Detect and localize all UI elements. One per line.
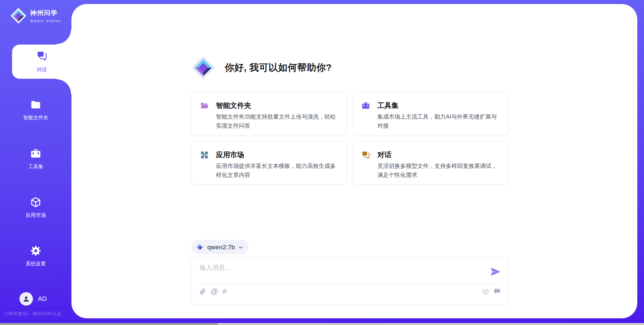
tab-fillet-bottom [56,79,71,94]
chat-icon [361,150,370,159]
send-icon [490,266,501,277]
sidebar-item-settings[interactable]: 系统设置 [0,245,71,267]
chat-bubble-icon [493,288,501,295]
greeting-title: 你好, 我可以如何帮助你? [225,61,332,74]
chat-icon [36,50,48,62]
brand: 神州问学 Smart Vision [10,7,61,24]
card-chat[interactable]: 对话 灵活切换多模型文件，支持多样回复效果调试，满足个性化需求 [353,141,508,185]
brand-logo-icon [10,7,27,24]
brand-subtitle: Smart Vision [30,19,61,23]
model-name: qwen2:7b [207,244,235,251]
attach-button[interactable] [199,288,206,295]
card-description: 集成市场上主流工具，助力AI与外界无缝扩展与对接 [377,112,501,130]
main-panel: 你好, 我可以如何帮助你? 智能文件夹 智能文件夹功能支持批量文件上传与清洗，轻… [71,4,637,318]
card-smart-folder[interactable]: 智能文件夹 智能文件夹功能支持批量文件上传与清洗，轻松实现文件问答 [191,92,347,135]
feedback-button[interactable] [493,288,501,295]
chevron-down-icon [238,245,243,250]
card-title: 应用市场 [216,150,339,159]
sidebar-footer: ©神州数码 · 神州问学出品 [5,311,62,317]
composer-divider [199,284,501,285]
model-selector[interactable]: qwen2:7b [191,240,249,254]
user-name: AD [38,295,47,303]
card-description: 灵活切换多模型文件，支持多样回复效果调试，满足个性化需求 [377,161,501,180]
paperclip-icon [199,288,206,295]
briefcase-icon [30,148,42,159]
composer-tools-right [482,288,501,295]
send-button[interactable] [490,266,501,277]
tab-fillet-top [56,29,71,45]
at-icon: @ [211,288,218,295]
folder-icon [30,99,42,111]
avatar [19,292,33,306]
card-description: 智能文件夹功能支持批量文件上传与清洗，轻松实现文件问答 [216,112,339,130]
history-icon [482,288,489,295]
topic-button[interactable]: # [222,288,226,295]
hash-icon: # [222,288,226,295]
person-icon [22,295,30,303]
sidebar-item-smart-folder[interactable]: 智能文件夹 [0,99,71,121]
sidebar-item-chat[interactable]: 对话 [12,45,71,79]
history-button[interactable] [482,288,489,295]
card-title: 工具集 [377,101,501,110]
card-description: 应用市场提供丰富长文本模板，助力高效生成多样化文章内容 [216,161,339,180]
horizontal-scrollbar[interactable] [0,323,644,325]
hero: 你好, 我可以如何帮助你? [191,56,332,80]
composer: @ # [191,258,508,305]
scrollbar-thumb[interactable] [0,323,218,325]
card-toolset[interactable]: 工具集 集成市场上主流工具，助力AI与外界无缝扩展与对接 [353,92,508,135]
sidebar-item-label: 对话 [37,67,47,73]
mention-button[interactable]: @ [211,288,218,295]
card-title: 对话 [377,150,501,159]
grid-icon [200,150,209,159]
content-column: 你好, 我可以如何帮助你? 智能文件夹 智能文件夹功能支持批量文件上传与清洗，轻… [191,4,508,318]
folder-open-icon [200,101,209,110]
gear-icon [30,245,42,257]
message-input[interactable] [200,263,481,283]
sidebar-item-label: 智能文件夹 [0,115,71,121]
model-logo-icon [196,243,204,251]
user-menu[interactable]: AD [19,292,47,306]
sidebar-item-app-market[interactable]: 应用市场 [0,196,71,218]
composer-tools-left: @ # [199,288,227,295]
brand-diamond-icon [191,56,215,80]
sidebar-item-label: 系统设置 [0,261,71,267]
feature-cards: 智能文件夹 智能文件夹功能支持批量文件上传与清洗，轻松实现文件问答 工具集 集成… [191,92,508,185]
sidebar-item-label: 工具集 [0,164,71,170]
cube-icon [30,196,42,208]
card-app-market[interactable]: 应用市场 应用市场提供丰富长文本模板，助力高效生成多样化文章内容 [191,141,347,185]
sidebar-item-label: 应用市场 [0,212,71,218]
sidebar-item-toolset[interactable]: 工具集 [0,148,71,170]
briefcase-icon [361,101,370,110]
card-title: 智能文件夹 [216,101,339,110]
brand-name: 神州问学 [30,9,61,17]
